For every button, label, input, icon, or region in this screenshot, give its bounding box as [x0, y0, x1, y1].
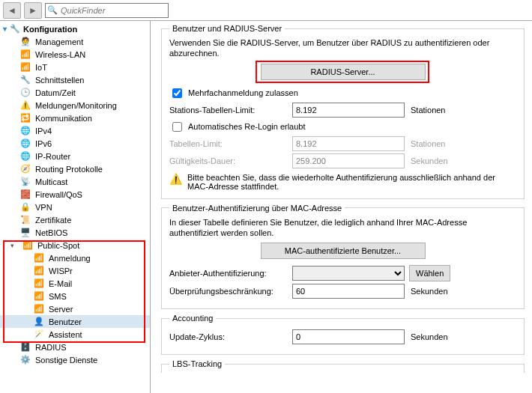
tree-icon: 📡 — [19, 177, 31, 187]
auto-relogin-check-input[interactable] — [172, 122, 182, 132]
check-limit-label: Überprüfungsbeschränkung: — [169, 287, 288, 296]
tree-item[interactable]: 🌐IPv6 — [0, 137, 150, 150]
tree-icon: 🧭 — [19, 164, 31, 174]
tree-item[interactable]: 📜Zertifikate — [0, 213, 150, 226]
tree-label: Routing Protokolle — [35, 165, 103, 174]
tree-icon: 🗄️ — [19, 342, 31, 353]
multi-login-check-input[interactable] — [172, 88, 182, 98]
tree-icon: 📶 — [19, 62, 31, 73]
tree-icon: 📜 — [19, 215, 31, 225]
group-radius: Benutzer und RADIUS-Server Verwenden Sie… — [161, 24, 525, 199]
tree-label: Firewall/QoS — [35, 190, 82, 199]
tree-icon: 📶 — [33, 266, 45, 276]
tree-label: VPN — [35, 203, 52, 212]
tree-item[interactable]: 🌐IPv4 — [0, 124, 150, 137]
top-toolbar: ◄ ► 🔍 — [0, 0, 532, 21]
tree-label: IP-Router — [35, 152, 70, 161]
warning-text: Bitte beachten Sie, dass die wiederholte… — [187, 173, 516, 191]
tree-icon: 🪄 — [33, 329, 45, 340]
radius-desc: Verwenden Sie die RADIUS-Server, um Benu… — [169, 37, 516, 59]
tree-label: Benutzer — [49, 317, 82, 326]
tree-item[interactable]: 🗄️RADIUS — [0, 341, 150, 353]
tree-item[interactable]: 🧭Routing Protokolle — [0, 162, 150, 175]
table-limit-unit: Stationen — [411, 139, 445, 148]
tree-icon: 📶 — [33, 278, 45, 289]
tree-item[interactable]: 🧑‍💼Management — [0, 35, 150, 48]
search-icon: 🔍 — [47, 5, 58, 15]
tree-label: SMS — [49, 292, 67, 301]
tree-item[interactable]: 📶E-Mail — [0, 277, 150, 290]
tree-label: Public-Spot — [37, 241, 79, 250]
group-accounting: Accounting Update-Zyklus: Sekunden — [161, 314, 525, 355]
tree-item[interactable]: 📡Multicast — [0, 175, 150, 188]
group-mac-legend: Benutzer-Authentifizierung über MAC-Adre… — [169, 204, 345, 213]
tree-icon: 🌐 — [19, 126, 31, 136]
auto-relogin-checkbox[interactable]: Automatisches Re-Login erlaubt — [169, 120, 516, 134]
tree-item[interactable]: 📶SMS — [0, 290, 150, 302]
tree-item[interactable]: 📶Wireless-LAN — [0, 48, 150, 61]
tree-item-public-spot[interactable]: ▾📶Public-Spot — [0, 239, 150, 252]
tree-icon: 🔧 — [19, 75, 31, 85]
tree-label: Anmeldung — [49, 254, 91, 263]
group-mac-auth: Benutzer-Authentifizierung über MAC-Adre… — [161, 204, 525, 310]
group-accounting-legend: Accounting — [169, 314, 216, 323]
tree-item[interactable]: 🧱Firewall/QoS — [0, 188, 150, 201]
tree-icon: 📶 — [33, 253, 45, 263]
multi-login-checkbox[interactable]: Mehrfachanmeldung zulassen — [169, 86, 516, 100]
tree-item[interactable]: 🖥️NetBIOS — [0, 226, 150, 239]
provider-auth-label: Anbieter-Authentifizierung: — [169, 269, 288, 278]
tree-item[interactable]: 🔒VPN — [0, 201, 150, 213]
expand-icon: ▾ — [10, 242, 18, 249]
tree-label: IPv4 — [35, 127, 52, 135]
nav-back-button[interactable]: ◄ — [3, 2, 21, 19]
quickfinder-input[interactable] — [59, 5, 166, 16]
tree-icon: 🕒 — [19, 88, 31, 98]
tree-item[interactable]: 🔧Schnittstellen — [0, 73, 150, 86]
tree-label: Wireless-LAN — [35, 50, 85, 59]
tree-item[interactable]: 🔁Kommunikation — [0, 112, 150, 124]
quickfinder-box[interactable]: 🔍 — [45, 3, 169, 18]
update-cycle-input[interactable] — [292, 329, 405, 344]
tree-item[interactable]: ⚙️Sonstige Dienste — [0, 353, 150, 366]
tree-root[interactable]: ▾ 🔧 Konfiguration — [0, 22, 150, 35]
tree-item[interactable]: 👤Benutzer — [0, 315, 150, 328]
tree-item[interactable]: 📶IoT — [0, 61, 150, 73]
nav-tree: ▾ 🔧 Konfiguration 🧑‍💼Management📶Wireless… — [0, 21, 151, 393]
tree-icon: ⚙️ — [19, 355, 31, 365]
tree-item[interactable]: 🪄Assistent — [0, 328, 150, 341]
tree-item[interactable]: 🕒Datum/Zeit — [0, 86, 150, 99]
group-lbs-legend: LBS-Tracking — [169, 359, 225, 368]
tree-item[interactable]: ⚠️Meldungen/Monitoring — [0, 99, 150, 112]
check-limit-unit: Sekunden — [411, 287, 448, 296]
tree-label: Server — [49, 305, 73, 314]
tree-icon: 🌐 — [19, 138, 31, 149]
provider-auth-select[interactable] — [292, 266, 405, 281]
update-cycle-label: Update-Zyklus: — [169, 332, 288, 341]
group-lbs: LBS-Tracking — [161, 359, 525, 373]
tree-icon: ⚠️ — [19, 100, 31, 111]
station-limit-input[interactable] — [292, 103, 405, 118]
tree-label: Sonstige Dienste — [35, 356, 97, 365]
tree-icon: 🧑‍💼 — [19, 37, 31, 47]
tree-item[interactable]: 📶WISPr — [0, 264, 150, 277]
tree-item[interactable]: 📶Server — [0, 302, 150, 315]
validity-label: Gültigkeits-Dauer: — [169, 156, 288, 165]
tree-icon: 🌐 — [19, 151, 31, 162]
mac-users-button[interactable]: MAC-authentifizierte Benutzer... — [261, 243, 426, 259]
check-limit-input[interactable] — [292, 284, 405, 299]
tree-label: Management — [35, 37, 83, 46]
tree-label: Datum/Zeit — [35, 88, 76, 97]
tree-item[interactable]: 📶Anmeldung — [0, 252, 150, 264]
nav-forward-button[interactable]: ► — [24, 2, 42, 19]
validity-unit: Sekunden — [411, 156, 448, 165]
tree-icon: 📶 — [33, 304, 45, 314]
tree-label: E-Mail — [49, 279, 72, 288]
station-limit-label: Stations-Tabellen-Limit: — [169, 106, 288, 115]
tree-label: Meldungen/Monitoring — [35, 101, 117, 110]
tree-icon: 🔒 — [19, 202, 31, 213]
collapse-icon: ▾ — [3, 25, 7, 33]
tree-icon: 📶 — [19, 49, 31, 60]
tree-item[interactable]: 🌐IP-Router — [0, 150, 150, 162]
radius-server-button[interactable]: RADIUS-Server... — [261, 64, 426, 80]
provider-choose-button[interactable]: Wählen — [409, 265, 450, 281]
